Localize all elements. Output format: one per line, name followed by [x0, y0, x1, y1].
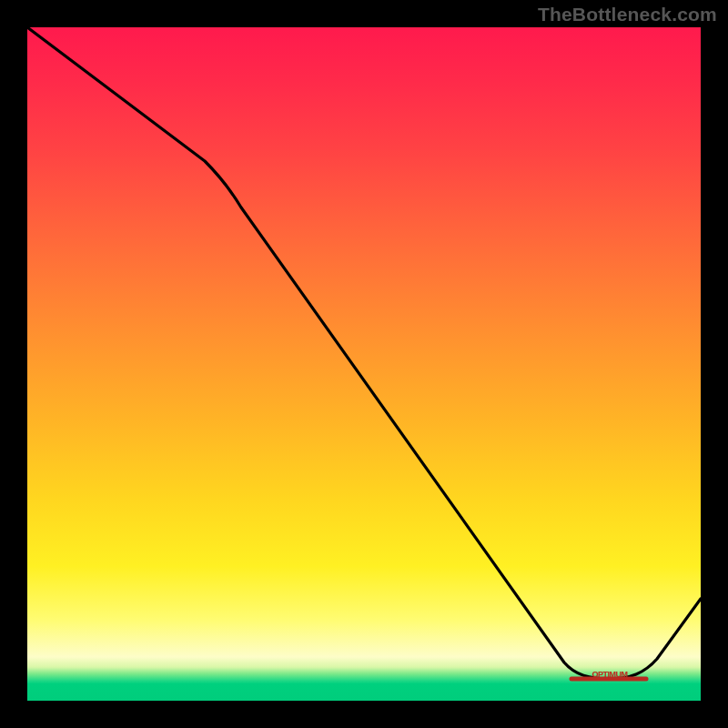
frame-right — [701, 0, 728, 728]
frame-bottom — [0, 701, 728, 728]
frame-left — [0, 0, 27, 728]
valley-marker-label: OPTIMUM — [592, 670, 628, 679]
chart-plot-background — [27, 27, 701, 701]
chart-stage: OPTIMUM TheBottleneck.com — [0, 0, 728, 728]
watermark-text: TheBottleneck.com — [538, 4, 717, 25]
